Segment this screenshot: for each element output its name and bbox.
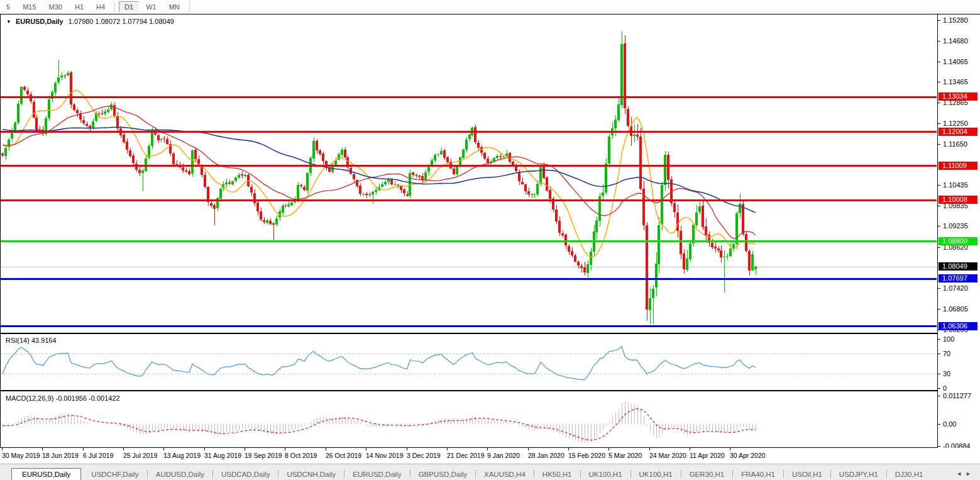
tab-separator xyxy=(783,470,784,478)
date-tick xyxy=(407,448,407,450)
chart-tab-usoil-h1[interactable]: USOil,H1 xyxy=(785,469,830,480)
tab-separator xyxy=(410,470,410,478)
chart-tab-eurusd-daily[interactable]: EURUSD,Daily xyxy=(345,469,409,480)
tab-separator xyxy=(212,470,213,478)
date-tick xyxy=(690,448,690,450)
level-price-label: 1.06306 xyxy=(939,322,977,330)
price-tick-dash xyxy=(938,288,940,289)
date-label: 9 Jan 2020 xyxy=(487,452,520,459)
candlestick-chart-canvas[interactable] xyxy=(1,14,937,333)
date-label: 31 Aug 2019 xyxy=(204,452,241,459)
date-label: 18 Jun 2019 xyxy=(42,452,79,459)
date-tick xyxy=(123,448,124,450)
timeframe-button-m15[interactable]: M15 xyxy=(17,1,41,13)
date-label: 25 Jul 2019 xyxy=(123,452,157,459)
chart-tab-usdchf-daily[interactable]: USDCHF,Daily xyxy=(84,469,146,480)
symbol-dropdown-icon[interactable]: ▼ xyxy=(6,19,11,25)
level-price-label: 1.11009 xyxy=(939,162,977,170)
time-axis[interactable]: 30 May 201918 Jun 20196 Jul 201925 Jul 2… xyxy=(0,448,980,464)
toolbar-separator xyxy=(114,2,115,12)
timeframe-button-h1[interactable]: H1 xyxy=(69,1,89,13)
timeframe-button-w1[interactable]: W1 xyxy=(140,1,162,13)
price-tick-dash xyxy=(938,206,940,206)
date-tick xyxy=(568,448,569,450)
tab-scroll-arrows[interactable]: ◄► xyxy=(956,471,975,477)
rsi-name: RSI(14) xyxy=(6,337,30,344)
rsi-value: 43.9164 xyxy=(31,337,57,344)
date-label: 3 Dec 2019 xyxy=(407,452,441,459)
tab-separator xyxy=(278,470,278,478)
price-tick-label: 1.06805 xyxy=(943,305,979,313)
rsi-tick-label: 100 xyxy=(943,335,979,343)
chart-tab-gbpusd-daily[interactable]: GBPUSD,Daily xyxy=(411,469,475,480)
level-price-label: 1.12004 xyxy=(939,128,977,136)
chart-tab-eurusd-daily[interactable]: EURUSD,Daily xyxy=(11,468,81,480)
date-label: 21 Dec 2019 xyxy=(447,452,485,459)
tab-separator xyxy=(681,470,681,478)
price-tick-label: 1.14065 xyxy=(943,58,979,65)
chart-tab-dj30-h1[interactable]: DJ30,H1 xyxy=(888,469,931,480)
date-tick xyxy=(487,448,488,450)
date-label: 30 May 2019 xyxy=(2,452,40,459)
price-tick-label: 1.09235 xyxy=(943,222,979,230)
chart-tab-uk100-h1[interactable]: UK100,H1 xyxy=(581,469,630,480)
date-tick xyxy=(730,448,730,450)
tab-separator xyxy=(886,470,887,478)
price-tick-dash xyxy=(938,247,940,248)
level-price-label: 1.10008 xyxy=(939,196,977,204)
price-tick-dash xyxy=(938,41,940,42)
rsi-label: RSI(14) 43.9164 xyxy=(6,337,57,344)
price-tick-label: 1.13465 xyxy=(943,78,979,86)
timeframe-button-mn[interactable]: MN xyxy=(163,1,185,13)
level-price-label: 1.07697 xyxy=(939,274,977,282)
date-label: 19 Sep 2019 xyxy=(245,452,282,459)
level-price-label: 1.13034 xyxy=(939,92,977,101)
date-label: 24 Mar 2020 xyxy=(649,452,686,459)
chart-tab-usdjpy-h1[interactable]: USDJPY,H1 xyxy=(832,469,886,480)
date-label: 15 Feb 2020 xyxy=(568,452,605,459)
chart-symbol-label: EURUSD,Daily xyxy=(16,18,63,25)
chart-tab-uk100-h1[interactable]: UK100,H1 xyxy=(632,469,680,480)
macd-tick-label: 0.011277 xyxy=(943,392,979,399)
current-price-label: 1.08049 xyxy=(939,262,977,271)
date-tick xyxy=(608,448,609,450)
price-tick-dash xyxy=(938,309,940,310)
chart-tab-usdcnh-daily[interactable]: USDCNH,Daily xyxy=(279,469,343,480)
date-tick xyxy=(163,448,164,450)
chart-tab-bar: EURUSD,DailyUSDCHF,DailyAUDUSD,DailyUSDC… xyxy=(0,464,980,480)
tab-separator xyxy=(732,470,733,478)
price-tick-label: 1.07420 xyxy=(943,284,979,292)
tab-separator xyxy=(344,470,344,478)
macd-tick-label: 0.00 xyxy=(943,420,979,428)
toolbar-separator xyxy=(189,2,190,12)
timeframe-button-5[interactable]: 5 xyxy=(1,1,16,13)
chart-tab-audusd-daily[interactable]: AUDUSD,Daily xyxy=(148,469,212,480)
timeframe-button-d1[interactable]: D1 xyxy=(119,1,139,13)
date-tick xyxy=(528,448,529,450)
tab-scroll-left-icon[interactable]: ◄ xyxy=(956,471,966,477)
rsi-indicator-canvas[interactable] xyxy=(1,334,937,390)
date-label: 13 Aug 2019 xyxy=(163,452,201,459)
timeframe-button-m30[interactable]: M30 xyxy=(43,1,68,13)
chart-tabs: EURUSD,DailyUSDCHF,DailyAUDUSD,DailyUSDC… xyxy=(11,467,930,480)
price-tick-label: 1.10435 xyxy=(943,181,979,189)
date-tick xyxy=(245,448,245,450)
macd-name: MACD(12,26,9) xyxy=(6,394,53,402)
chart-tab-hk50-h1[interactable]: HK50,H1 xyxy=(535,469,580,480)
macd-tick-dash xyxy=(938,424,940,425)
macd-indicator-canvas[interactable] xyxy=(1,391,937,447)
timeframe-button-h4[interactable]: H4 xyxy=(91,1,111,13)
price-tick-dash xyxy=(938,103,940,103)
date-label: 28 Jan 2020 xyxy=(528,452,564,459)
tab-scroll-right-icon[interactable]: ► xyxy=(966,471,975,477)
trading-app-window: 5M15M30H1H4D1W1MN ▼ EURUSD,Daily 1.07980… xyxy=(0,0,980,480)
date-tick xyxy=(42,448,43,450)
tab-separator xyxy=(534,470,534,478)
chart-tab-fra40-h1[interactable]: FRA40,H1 xyxy=(734,469,783,480)
chart-tab-xauusd-h4[interactable]: XAUUSD,H4 xyxy=(476,469,533,480)
chart-tab-usdcad-daily[interactable]: USDCAD,Daily xyxy=(214,469,277,480)
tab-separator xyxy=(830,470,831,478)
chart-tab-ger30-h1[interactable]: GER30,H1 xyxy=(682,469,732,480)
price-tick-label: 1.11650 xyxy=(943,140,979,148)
price-tick-label: 1.15280 xyxy=(943,16,979,24)
